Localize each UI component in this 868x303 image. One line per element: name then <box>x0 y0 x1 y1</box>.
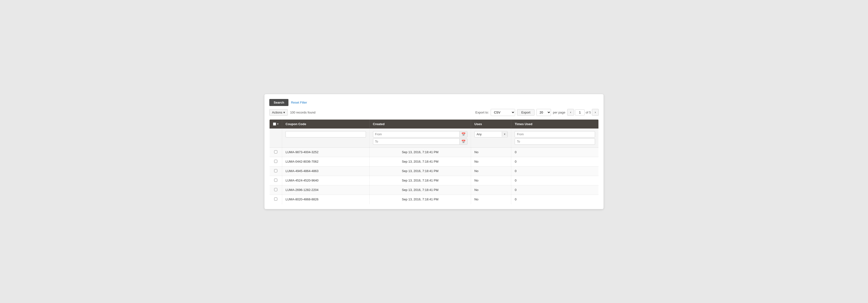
col-uses-label: Uses <box>474 122 482 126</box>
row-checkbox[interactable] <box>274 198 277 201</box>
row-checkbox[interactable] <box>274 150 277 154</box>
row-created: Sep 13, 2016, 7:18:41 PM <box>369 185 471 195</box>
export-button[interactable]: Export <box>517 109 534 116</box>
row-checkbox-cell <box>270 166 282 176</box>
row-coupon-code: LUMA-4945-4864-4863 <box>282 166 370 176</box>
actions-button[interactable]: Actions ▾ <box>269 109 288 116</box>
col-coupon-code: Coupon Code <box>282 119 370 129</box>
table-row: LUMA-4524-4520-9640 Sep 13, 2016, 7:18:4… <box>270 176 599 185</box>
actions-dropdown-icon: ▾ <box>283 111 285 114</box>
col-coupon-code-label: Coupon Code <box>285 122 306 126</box>
records-count: 100 records found <box>290 111 316 114</box>
export-to-label: Export to: <box>475 111 489 114</box>
pagination: ‹ of 5 › <box>567 109 599 116</box>
calendar-from-icon[interactable]: 📅 <box>459 131 467 137</box>
filter-times-used-cell <box>511 129 599 147</box>
page-input[interactable] <box>575 109 585 115</box>
row-uses: No <box>471 176 511 185</box>
table-row: LUMA-9873-4004-3252 Sep 13, 2016, 7:18:4… <box>270 147 599 157</box>
row-coupon-code: LUMA-0442-8036-7062 <box>282 157 370 166</box>
filter-uses-select-wrap: Any Yes No ▾ <box>474 131 508 137</box>
row-coupon-code: LUMA-8020-4868-8826 <box>282 195 370 204</box>
row-times-used: 0 <box>511 185 599 195</box>
table-header-row: ▾ Coupon Code Created Uses Times Used <box>270 119 599 129</box>
coupon-table: ▾ Coupon Code Created Uses Times Used <box>269 119 599 204</box>
col-times-used: Times Used <box>511 119 599 129</box>
main-panel: Search Reset Filter Actions ▾ 100 record… <box>265 94 603 209</box>
row-checkbox-cell <box>270 147 282 157</box>
filter-created-to-wrap: 📅 <box>373 138 467 145</box>
next-page-button[interactable]: › <box>592 109 599 116</box>
search-button[interactable]: Search <box>269 99 288 106</box>
table-row: LUMA-2696-1282-2204 Sep 13, 2016, 7:18:4… <box>270 185 599 195</box>
per-page-label: per page <box>553 111 565 114</box>
row-created: Sep 13, 2016, 7:18:41 PM <box>369 195 471 204</box>
filter-created-to-input[interactable] <box>373 139 459 144</box>
row-times-used: 0 <box>511 147 599 157</box>
table-row: LUMA-0442-8036-7062 Sep 13, 2016, 7:18:4… <box>270 157 599 166</box>
filter-times-used-to-input[interactable] <box>515 138 595 145</box>
secondary-toolbar: Actions ▾ 100 records found Export to: C… <box>269 109 599 116</box>
row-uses: No <box>471 157 511 166</box>
row-checkbox[interactable] <box>274 188 277 191</box>
row-checkbox[interactable] <box>274 179 277 182</box>
row-times-used: 0 <box>511 176 599 185</box>
toolbar-left: Actions ▾ 100 records found <box>269 109 315 116</box>
filter-coupon-code-cell <box>282 129 370 147</box>
row-created: Sep 13, 2016, 7:18:41 PM <box>369 176 471 185</box>
row-uses: No <box>471 147 511 157</box>
col-uses: Uses <box>471 119 511 129</box>
page-of-label: of 5 <box>586 111 591 114</box>
toolbar-right: Export to: CSV Excel XML Export 20 30 50… <box>475 109 599 116</box>
filter-uses-cell: Any Yes No ▾ <box>471 129 511 147</box>
per-page-select[interactable]: 20 30 50 100 200 <box>536 109 551 116</box>
row-checkbox-cell <box>270 176 282 185</box>
filter-created-cell: 📅 📅 <box>369 129 471 147</box>
row-checkbox[interactable] <box>274 169 277 172</box>
row-uses: No <box>471 185 511 195</box>
calendar-to-icon[interactable]: 📅 <box>459 139 467 144</box>
actions-label: Actions <box>272 111 282 114</box>
row-coupon-code: LUMA-4524-4520-9640 <box>282 176 370 185</box>
filter-times-used-dates <box>515 131 595 145</box>
row-checkbox-cell <box>270 195 282 204</box>
reset-filter-link[interactable]: Reset Filter <box>291 101 307 104</box>
col-created-label: Created <box>373 122 384 126</box>
row-times-used: 0 <box>511 157 599 166</box>
row-created: Sep 13, 2016, 7:18:41 PM <box>369 147 471 157</box>
filter-created-dates: 📅 📅 <box>373 131 467 145</box>
table-row: LUMA-8020-4868-8826 Sep 13, 2016, 7:18:4… <box>270 195 599 204</box>
filter-row: 📅 📅 Any Yes No <box>270 129 599 147</box>
row-checkbox-cell <box>270 157 282 166</box>
row-times-used: 0 <box>511 195 599 204</box>
row-checkbox-cell <box>270 185 282 195</box>
filter-created-from-input[interactable] <box>373 131 459 137</box>
row-uses: No <box>471 195 511 204</box>
filter-checkbox-cell <box>270 129 282 147</box>
top-toolbar: Search Reset Filter <box>269 99 599 106</box>
col-created: Created <box>369 119 471 129</box>
row-times-used: 0 <box>511 166 599 176</box>
col-times-used-label: Times Used <box>515 122 532 126</box>
row-coupon-code: LUMA-9873-4004-3252 <box>282 147 370 157</box>
filter-uses-select[interactable]: Any Yes No <box>475 131 502 137</box>
col-checkbox-arrow[interactable]: ▾ <box>277 123 279 126</box>
col-checkbox: ▾ <box>270 119 282 129</box>
filter-coupon-code-input[interactable] <box>285 131 366 137</box>
filter-created-from-wrap: 📅 <box>373 131 467 137</box>
select-all-checkbox[interactable] <box>273 123 276 126</box>
row-coupon-code: LUMA-2696-1282-2204 <box>282 185 370 195</box>
prev-page-button[interactable]: ‹ <box>567 109 574 116</box>
row-checkbox[interactable] <box>274 160 277 163</box>
filter-times-used-from-input[interactable] <box>515 131 595 137</box>
filter-uses-select-arrow: ▾ <box>502 132 507 137</box>
row-created: Sep 13, 2016, 7:18:41 PM <box>369 157 471 166</box>
row-uses: No <box>471 166 511 176</box>
export-format-select[interactable]: CSV Excel XML <box>491 109 515 116</box>
table-row: LUMA-4945-4864-4863 Sep 13, 2016, 7:18:4… <box>270 166 599 176</box>
row-created: Sep 13, 2016, 7:18:41 PM <box>369 166 471 176</box>
